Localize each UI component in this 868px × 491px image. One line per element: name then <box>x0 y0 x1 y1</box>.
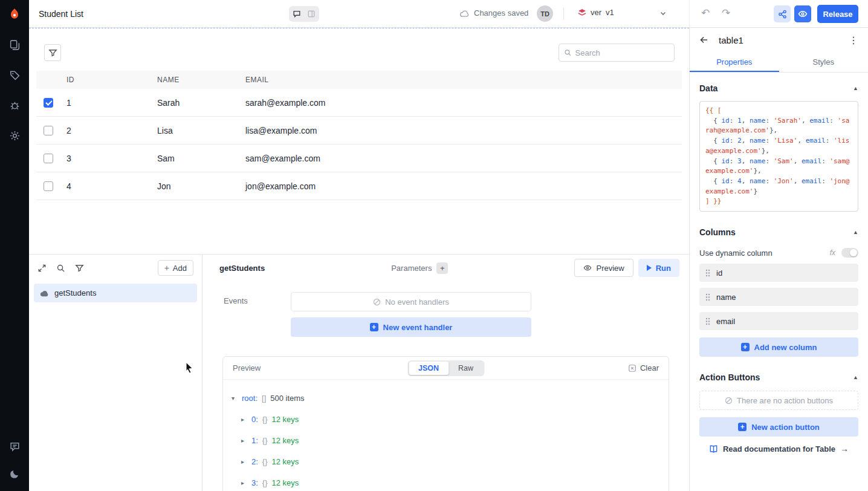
appsmith-logo-icon[interactable] <box>6 6 23 23</box>
table-row[interactable]: 1 Sarah sarah@example.com <box>36 89 682 117</box>
add-parameter-icon[interactable]: + <box>436 262 448 274</box>
table-search[interactable] <box>559 44 675 62</box>
js-toggle-icon[interactable]: fx <box>830 249 835 257</box>
run-label: Run <box>656 264 671 273</box>
cell-id: 2 <box>60 126 151 135</box>
caret-right-icon[interactable]: ▸ <box>241 480 247 486</box>
clear-icon <box>628 364 636 372</box>
preview-eye-icon[interactable] <box>794 5 811 22</box>
save-status: Changes saved <box>459 8 528 18</box>
comment-mode-icon[interactable] <box>290 7 303 21</box>
table-row[interactable]: 2 Lisa lisa@example.com <box>36 117 682 145</box>
caret-right-icon[interactable]: ▸ <box>241 416 247 423</box>
row-checkbox[interactable] <box>44 126 53 135</box>
pages-icon[interactable] <box>7 37 22 52</box>
add-query-label: Add <box>173 264 187 273</box>
settings-gear-icon[interactable] <box>7 128 22 143</box>
column-item-id[interactable]: id <box>699 264 858 282</box>
documentation-link[interactable]: Read documentation for Table → <box>699 444 858 454</box>
share-icon[interactable] <box>774 5 791 22</box>
debug-icon[interactable] <box>7 98 22 112</box>
back-arrow-icon[interactable] <box>699 35 709 45</box>
caret-down-icon[interactable]: ▾ <box>232 395 238 402</box>
drag-handle-icon[interactable] <box>705 269 710 277</box>
row-checkbox[interactable] <box>44 181 53 191</box>
plus-icon: + <box>370 323 378 331</box>
data-code-editor[interactable]: {{ [ { id: 1, name: 'Sarah', email: 'sar… <box>699 101 858 212</box>
plus-icon: + <box>164 263 169 273</box>
table-row[interactable]: 3 Sam sam@example.com <box>36 145 682 172</box>
collapse-icon[interactable]: ▲ <box>853 85 858 91</box>
table-filter-button[interactable] <box>44 44 61 61</box>
version-label: ver <box>591 8 601 17</box>
toggle-knob <box>850 249 857 256</box>
avatar[interactable]: TD <box>537 5 553 22</box>
kebab-menu-icon[interactable]: ⋮ <box>849 34 858 46</box>
drag-handle-icon[interactable] <box>705 317 710 325</box>
column-item-email[interactable]: email <box>699 312 858 330</box>
collapse-icon[interactable]: ▲ <box>853 374 858 380</box>
help-chat-icon[interactable] <box>7 439 22 454</box>
new-action-button[interactable]: + New action button <box>699 417 858 437</box>
response-format-toggle: JSON Raw <box>407 360 484 376</box>
tab-properties[interactable]: Properties <box>690 52 779 72</box>
clear-button[interactable]: Clear <box>628 363 659 372</box>
search-icon[interactable] <box>56 264 65 273</box>
mode-toggle <box>289 6 319 22</box>
data-section-title: Data <box>699 83 717 93</box>
caret-right-icon[interactable]: ▸ <box>241 458 247 465</box>
column-item-name[interactable]: name <box>699 288 858 306</box>
run-button[interactable]: Run <box>638 259 679 277</box>
widget-name[interactable]: table1 <box>719 35 743 45</box>
version-selector[interactable]: ver v1 <box>578 8 614 17</box>
theme-moon-icon[interactable] <box>7 467 22 481</box>
query-list-item[interactable]: getStudents <box>34 284 197 302</box>
add-new-column-button[interactable]: + Add new column <box>699 337 858 357</box>
version-icon <box>578 8 586 17</box>
filter-icon <box>48 48 57 57</box>
dynamic-column-toggle[interactable] <box>841 248 858 258</box>
collapse-icon[interactable]: ▲ <box>853 229 858 235</box>
topbar-divider <box>563 8 564 20</box>
tree-count: 12 keys <box>272 436 299 445</box>
column-header-id[interactable]: ID <box>60 76 151 84</box>
datasources-icon[interactable] <box>7 68 22 82</box>
plus-icon: + <box>738 423 747 431</box>
release-button[interactable]: Release <box>817 5 858 23</box>
cell-id: 3 <box>60 154 151 163</box>
add-new-column-label: Add new column <box>754 343 817 352</box>
column-header-email[interactable]: EMAIL <box>239 76 682 84</box>
pane-mode-icon[interactable] <box>305 7 318 21</box>
events-label: Events <box>224 292 291 337</box>
column-item-label: id <box>716 268 722 278</box>
filter-icon[interactable] <box>75 264 84 273</box>
caret-right-icon[interactable]: ▸ <box>241 437 247 444</box>
column-header-name[interactable]: NAME <box>151 76 239 84</box>
redo-icon[interactable]: ↷ <box>722 7 730 19</box>
table-row[interactable]: 4 Jon jon@example.com <box>36 172 682 200</box>
tab-raw[interactable]: Raw <box>449 362 483 375</box>
new-event-handler-button[interactable]: + New event handler <box>291 317 531 337</box>
row-checkbox[interactable] <box>44 154 53 163</box>
drag-handle-icon[interactable] <box>705 293 710 301</box>
tab-json[interactable]: JSON <box>409 362 449 375</box>
query-list-panel: + Add getStudents <box>29 255 202 491</box>
cloud-query-icon <box>40 290 49 297</box>
json-tree-item[interactable]: ▸ 1: {} 12 keys <box>232 430 669 451</box>
cell-name: Sam <box>151 154 239 163</box>
expand-icon[interactable] <box>37 264 47 273</box>
json-tree-item[interactable]: ▸ 3: {} 12 keys <box>232 472 669 491</box>
preview-button[interactable]: Preview <box>574 259 633 277</box>
json-tree-root[interactable]: ▾ root: [] 500 items <box>232 388 669 409</box>
json-tree-item[interactable]: ▸ 2: {} 12 keys <box>232 451 669 472</box>
table-search-input[interactable] <box>575 48 669 57</box>
tab-styles[interactable]: Styles <box>779 52 868 72</box>
undo-icon[interactable]: ↶ <box>701 7 710 19</box>
row-checkbox[interactable] <box>44 98 53 108</box>
chevron-down-icon[interactable] <box>659 9 667 19</box>
property-pane-tabs: Properties Styles <box>690 52 868 73</box>
add-query-button[interactable]: + Add <box>158 260 193 276</box>
property-pane-body: Data ▲ {{ [ { id: 1, name: 'Sarah', emai… <box>690 73 868 491</box>
preview-label: Preview <box>596 264 624 273</box>
json-tree-item[interactable]: ▸ 0: {} 12 keys <box>232 409 669 430</box>
